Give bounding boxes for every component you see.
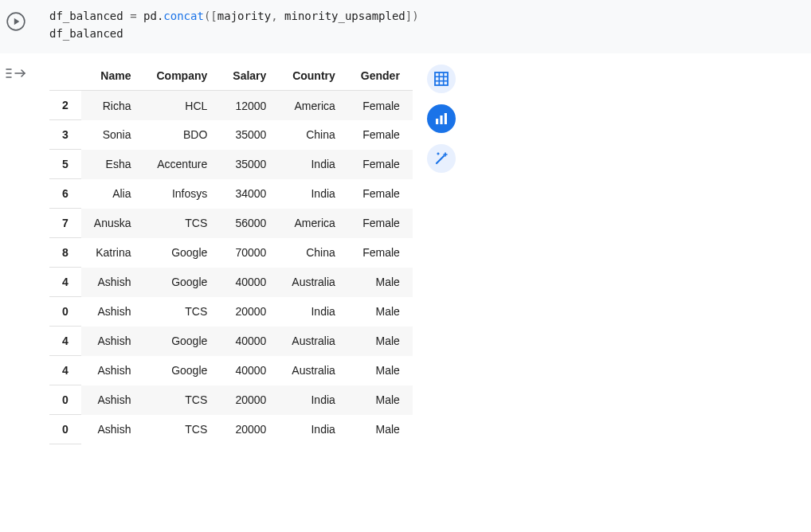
cell: Australia xyxy=(279,356,347,385)
cell: TCS xyxy=(144,415,221,444)
row-index: 4 xyxy=(49,268,81,297)
grid-icon xyxy=(434,72,449,86)
chart-button[interactable] xyxy=(427,104,456,133)
cell: Male xyxy=(348,268,413,297)
svg-rect-6 xyxy=(436,119,438,124)
table-row: 6AliaInfosys34000IndiaFemale xyxy=(49,179,413,209)
bar-chart-icon xyxy=(434,111,449,126)
run-cell-button[interactable] xyxy=(0,8,32,32)
run-icon xyxy=(6,11,26,32)
row-index: 0 xyxy=(49,415,81,444)
cell: Sonia xyxy=(81,120,144,150)
cell: 35000 xyxy=(220,150,279,179)
table-row: 0AshishTCS20000IndiaMale xyxy=(49,385,413,415)
cell: Male xyxy=(348,327,413,356)
table-row: 4AshishGoogle40000AustraliaMale xyxy=(49,268,413,297)
column-header[interactable]: Salary xyxy=(220,61,279,91)
table-row: 0AshishTCS20000IndiaMale xyxy=(49,415,413,444)
cell: 40000 xyxy=(220,327,279,356)
column-header[interactable]: Gender xyxy=(348,61,413,91)
interactive-table-button[interactable] xyxy=(427,65,456,93)
cell: 34000 xyxy=(220,179,279,209)
wand-icon xyxy=(433,151,449,166)
code-token: ] xyxy=(406,10,412,22)
code-token: minority_upsampled xyxy=(278,10,406,22)
table-row: 4AshishGoogle40000AustraliaMale xyxy=(49,327,413,356)
cell: Katrina xyxy=(81,238,144,268)
table-body: 2RichaHCL12000AmericaFemale3SoniaBDO3500… xyxy=(49,91,413,444)
cell: America xyxy=(279,91,347,120)
cell: Female xyxy=(348,150,413,179)
cell: Alia xyxy=(81,179,144,209)
svg-rect-7 xyxy=(440,115,442,124)
table-row: 5EshaAccenture35000IndiaFemale xyxy=(49,150,413,179)
cell-output-area: NameCompanySalaryCountryGender 2RichaHCL… xyxy=(0,53,811,444)
notebook-cell: df_balanced = pd.concat([majority, minor… xyxy=(0,0,811,444)
output-toggle-icon xyxy=(6,66,26,80)
row-index: 5 xyxy=(49,150,81,179)
cell: Richa xyxy=(81,91,144,120)
cell: BDO xyxy=(144,120,221,150)
cell: Google xyxy=(144,238,221,268)
cell: Ashish xyxy=(81,385,144,415)
row-index: 4 xyxy=(49,327,81,356)
cell: Ashish xyxy=(81,415,144,444)
row-index: 0 xyxy=(49,385,81,415)
output-action-rail xyxy=(427,61,456,173)
code-token: concat xyxy=(163,10,204,22)
cell: Accenture xyxy=(144,150,221,179)
cell: India xyxy=(279,385,347,415)
table-row: 2RichaHCL12000AmericaFemale xyxy=(49,91,413,120)
cell: 40000 xyxy=(220,268,279,297)
cell: TCS xyxy=(144,385,221,415)
suggest-chart-button[interactable] xyxy=(427,144,456,173)
code-token: pd xyxy=(137,10,157,22)
cell: America xyxy=(279,209,347,238)
cell: Google xyxy=(144,268,221,297)
column-header[interactable]: Country xyxy=(279,61,347,91)
cell: TCS xyxy=(144,209,221,238)
cell: Ashish xyxy=(81,297,144,327)
code-token: majority xyxy=(217,10,271,22)
cell: Ashish xyxy=(81,327,144,356)
cell: Male xyxy=(348,415,413,444)
cell: Ashish xyxy=(81,268,144,297)
output-body: NameCompanySalaryCountryGender 2RichaHCL… xyxy=(32,61,811,444)
row-index: 7 xyxy=(49,209,81,238)
cell: India xyxy=(279,150,347,179)
row-index: 4 xyxy=(49,356,81,385)
cell: Female xyxy=(348,209,413,238)
code-token: ) xyxy=(412,10,418,22)
cell: Infosys xyxy=(144,179,221,209)
svg-rect-8 xyxy=(445,113,447,124)
row-index: 3 xyxy=(49,120,81,150)
row-index: 2 xyxy=(49,91,81,120)
code-editor[interactable]: df_balanced = pd.concat([majority, minor… xyxy=(32,8,811,42)
cell: Google xyxy=(144,327,221,356)
output-toggle-button[interactable] xyxy=(0,61,32,80)
cell: 20000 xyxy=(220,415,279,444)
cell: India xyxy=(279,415,347,444)
cell: Anuska xyxy=(81,209,144,238)
cell-input-area: df_balanced = pd.concat([majority, minor… xyxy=(0,0,811,53)
cell: 20000 xyxy=(220,297,279,327)
code-token: = xyxy=(130,10,136,22)
code-token: , xyxy=(271,10,277,22)
column-header[interactable]: Name xyxy=(81,61,144,91)
table-row: 7AnuskaTCS56000AmericaFemale xyxy=(49,209,413,238)
column-header[interactable]: Company xyxy=(144,61,221,91)
row-index: 8 xyxy=(49,238,81,268)
cell: China xyxy=(279,120,347,150)
cell: TCS xyxy=(144,297,221,327)
cell: Esha xyxy=(81,150,144,179)
table-header-row: NameCompanySalaryCountryGender xyxy=(49,61,413,91)
cell: China xyxy=(279,238,347,268)
cell: 20000 xyxy=(220,385,279,415)
code-token: [ xyxy=(210,10,217,22)
cell: Male xyxy=(348,356,413,385)
row-index: 6 xyxy=(49,179,81,209)
cell: Female xyxy=(348,179,413,209)
table-row: 0AshishTCS20000IndiaMale xyxy=(49,297,413,327)
index-corner xyxy=(49,61,81,91)
table-head: NameCompanySalaryCountryGender xyxy=(49,61,413,91)
